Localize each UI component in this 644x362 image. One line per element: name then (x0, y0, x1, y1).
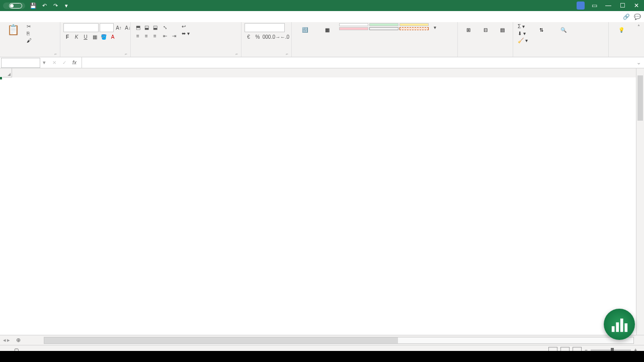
sort-filter-button[interactable]: ⇅ (531, 23, 551, 37)
tab-nav-next-icon[interactable]: ▸ (7, 337, 10, 343)
align-center-icon[interactable]: ≡ (142, 32, 150, 40)
fill-button[interactable]: ⬇ ▾ (516, 30, 529, 37)
group-label-font: ⌐ (63, 56, 127, 57)
clear-button[interactable]: 🧹 ▾ (516, 37, 529, 44)
decrease-indent-icon[interactable]: ⇤ (161, 32, 169, 40)
align-right-icon[interactable]: ≡ (151, 32, 159, 40)
enter-formula-icon[interactable]: ✓ (60, 59, 68, 67)
cancel-formula-icon[interactable]: ✕ (50, 59, 58, 67)
style-ausgabe[interactable] (369, 27, 398, 30)
currency-icon[interactable]: € (245, 33, 253, 41)
svg-rect-3 (624, 323, 627, 332)
cut-button[interactable]: ✂ (25, 23, 33, 30)
sheet-tab-bar: ◂ ▸ ⊕ (0, 335, 644, 345)
paste-button[interactable] (3, 23, 23, 37)
increase-indent-icon[interactable]: ⇥ (170, 32, 178, 40)
collapse-ribbon-icon[interactable]: ˄ (637, 24, 640, 30)
group-label-editing (516, 56, 605, 57)
bold-icon[interactable]: F (63, 33, 71, 41)
insert-cells-button[interactable]: ⊞ (461, 23, 476, 37)
wrap-text-button[interactable]: ↩ (180, 23, 191, 30)
delete-cells-button[interactable]: ⊟ (478, 23, 493, 37)
conditional-format-button[interactable]: 🔢 (295, 23, 315, 37)
border-icon[interactable]: ▦ (91, 33, 99, 41)
fill-color-icon[interactable]: 🪣 (100, 33, 108, 41)
name-box[interactable] (1, 58, 40, 68)
number-format-select[interactable] (245, 23, 285, 32)
clipboard-icon (7, 23, 20, 36)
grow-font-icon[interactable]: A↑ (115, 24, 123, 32)
titlebar: 💾 ↶ ↷ ▾ ▭ — ☐ ✕ (0, 0, 644, 11)
style-schlecht[interactable] (339, 27, 368, 30)
font-name-select[interactable] (63, 23, 99, 32)
taskbar (0, 351, 644, 362)
font-size-select[interactable] (100, 23, 114, 32)
expand-formula-bar-icon[interactable]: ⌄ (633, 59, 644, 66)
group-label-cells (461, 56, 510, 57)
ideas-icon: 💡 (615, 23, 628, 36)
percent-icon[interactable]: % (254, 33, 262, 41)
user-avatar[interactable] (577, 2, 585, 10)
close-icon[interactable]: ✕ (632, 1, 641, 10)
comments-button[interactable]: 💬 (634, 14, 641, 20)
thousands-icon[interactable]: 000 (263, 33, 271, 41)
qat-customize-icon[interactable]: ▾ (62, 2, 70, 10)
align-top-icon[interactable]: ⬒ (134, 23, 142, 31)
undo-icon[interactable]: ↶ (40, 2, 48, 10)
autosum-button[interactable]: Σ ▾ (516, 23, 529, 30)
svg-rect-0 (612, 326, 615, 332)
redo-icon[interactable]: ↷ (51, 2, 59, 10)
name-box-dropdown-icon[interactable]: ▾ (41, 59, 47, 66)
align-bottom-icon[interactable]: ⬓ (151, 23, 159, 31)
fx-icon[interactable]: fx (70, 59, 78, 67)
formula-input[interactable] (82, 58, 633, 68)
ribbon-options-icon[interactable]: ▭ (590, 1, 599, 10)
bar-chart-icon (610, 315, 629, 334)
decrease-decimal-icon[interactable]: ←.0 (281, 33, 289, 41)
spreadsheet-grid (0, 68, 644, 335)
vertical-scrollbar[interactable] (636, 68, 644, 335)
group-label-alignment: ⌐ (134, 56, 238, 57)
svg-rect-2 (620, 319, 623, 332)
save-icon[interactable]: 💾 (29, 2, 37, 10)
share-button[interactable]: 🔗 (623, 14, 630, 20)
italic-icon[interactable]: K (72, 33, 80, 41)
minimize-icon[interactable]: — (604, 1, 613, 10)
style-neutral[interactable] (399, 23, 429, 26)
increase-decimal-icon[interactable]: .0→ (272, 33, 280, 41)
style-standard[interactable] (339, 23, 368, 26)
tab-nav-prev-icon[interactable]: ◂ (3, 337, 6, 343)
styles-more-icon[interactable]: ▾ (431, 23, 439, 31)
floating-chart-logo[interactable] (604, 309, 635, 340)
style-berech[interactable] (399, 27, 429, 30)
style-gut[interactable] (369, 23, 398, 26)
format-table-button[interactable]: ▦ (317, 23, 337, 37)
find-icon: 🔍 (557, 23, 570, 36)
format-cells-icon: ▤ (496, 23, 509, 36)
insert-cells-icon: ⊞ (462, 23, 475, 36)
orientation-icon[interactable]: ⤡ (161, 23, 169, 31)
copy-button[interactable]: ⎘ (25, 30, 33, 37)
toggle-switch-icon (9, 3, 22, 9)
group-label-number: ⌐ (245, 56, 288, 57)
align-left-icon[interactable]: ≡ (134, 32, 142, 40)
conditional-format-icon: 🔢 (298, 23, 311, 36)
group-label-styles (295, 56, 454, 57)
font-color-icon[interactable]: A (109, 33, 117, 41)
find-select-button[interactable]: 🔍 (553, 23, 574, 37)
format-painter-button[interactable]: 🖌 (25, 37, 33, 44)
sort-filter-icon: ⇅ (535, 23, 548, 36)
svg-rect-1 (616, 322, 619, 332)
underline-icon[interactable]: U (82, 33, 90, 41)
format-cells-button[interactable]: ▤ (495, 23, 510, 37)
align-middle-icon[interactable]: ⬓ (142, 23, 150, 31)
ideas-button[interactable]: 💡 (612, 23, 631, 37)
autosave-toggle[interactable] (3, 3, 25, 9)
menubar: 🔗 💬 (0, 11, 644, 22)
merge-center-button[interactable]: ⬌ ▾ (180, 30, 191, 37)
horizontal-scrollbar[interactable] (44, 337, 634, 344)
add-sheet-button[interactable]: ⊕ (13, 336, 24, 344)
maximize-icon[interactable]: ☐ (618, 1, 627, 10)
select-all-corner[interactable] (0, 68, 12, 77)
formula-bar: ▾ ✕ ✓ fx ⌄ (0, 57, 644, 68)
